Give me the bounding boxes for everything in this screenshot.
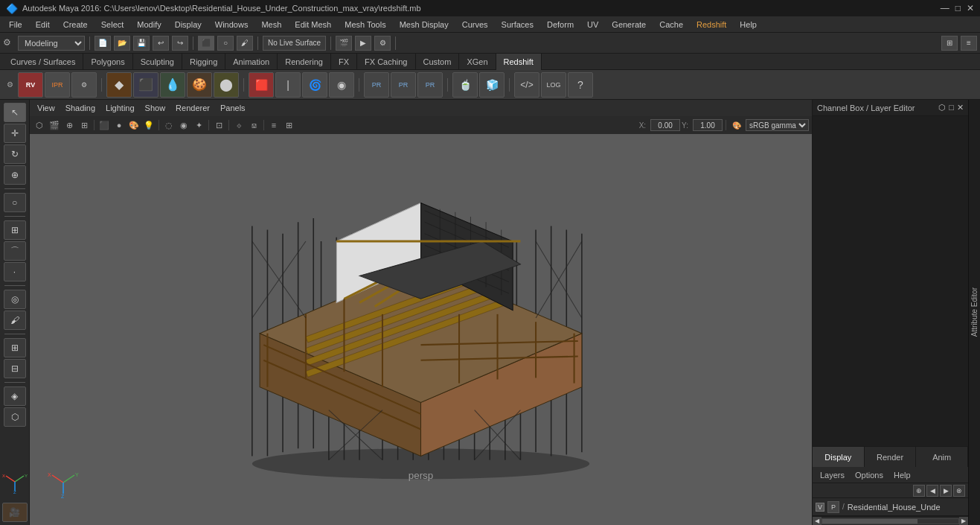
vp-hud-btn[interactable]: ≡	[267, 118, 281, 132]
shelf-icon-rv[interactable]: RV	[18, 72, 43, 98]
vp-hq-btn[interactable]: ✦	[192, 118, 205, 132]
menu-windows[interactable]: Windows	[209, 19, 254, 31]
menu-mesh-display[interactable]: Mesh Display	[394, 19, 455, 31]
menu-edit-mesh[interactable]: Edit Mesh	[289, 19, 337, 31]
shelf-icon-ipr[interactable]: IPR	[45, 72, 70, 98]
rpanel-scrollbar[interactable]: ◀ ▶	[813, 516, 968, 525]
arrow-first-btn[interactable]: ⊕	[913, 485, 925, 497]
rpanel-options-menu[interactable]: Options	[851, 469, 888, 481]
vp-light-btn[interactable]: 💡	[142, 118, 156, 132]
new-scene-btn[interactable]: 📄	[95, 36, 111, 51]
scroll-left-btn[interactable]: ◀	[813, 517, 822, 526]
vp-menu-shading[interactable]: Shading	[61, 103, 100, 113]
menu-modify[interactable]: Modify	[131, 19, 167, 31]
shelf-tab-redshift[interactable]: Redshift	[496, 54, 542, 70]
shelf-icon-obj2[interactable]: |	[275, 72, 301, 98]
menu-create[interactable]: Create	[57, 19, 94, 31]
move-tool-btn[interactable]: ✛	[4, 124, 26, 143]
vp-cam2-btn[interactable]: ⊕	[63, 118, 76, 132]
layer-p-button[interactable]: P	[827, 501, 839, 513]
arrow-last-btn[interactable]: ⊗	[953, 485, 965, 497]
paint-weights-btn[interactable]: 🖌	[4, 311, 26, 330]
save-btn[interactable]: 💾	[133, 36, 150, 51]
shelf-icon-log[interactable]: LOG	[541, 72, 566, 98]
menu-display[interactable]: Display	[169, 19, 208, 31]
shelf-icon-mat2[interactable]: ⬛	[133, 72, 158, 98]
shelf-icon-light2[interactable]: 🧊	[479, 72, 505, 98]
shelf-icon-mat5[interactable]: ⬤	[214, 72, 239, 98]
snap-point-btn[interactable]: ·	[4, 262, 26, 281]
menu-uv[interactable]: UV	[581, 19, 604, 31]
xray-btn[interactable]: ⬡	[4, 407, 26, 427]
shelf-tab-curves[interactable]: Curves / Surfaces	[3, 54, 83, 70]
shelf-tab-xgen[interactable]: XGen	[459, 54, 496, 70]
vp-menu-view[interactable]: View	[33, 103, 60, 113]
close-icon[interactable]: ✕	[967, 3, 974, 13]
vp-color-profile-select[interactable]: sRGB gamma	[746, 119, 809, 131]
vp-coord-y[interactable]: 1.00	[693, 119, 723, 131]
shelf-icon-code[interactable]: </>	[514, 72, 539, 98]
channel-box-icon[interactable]: ⊞	[941, 36, 958, 51]
live-surface-btn[interactable]: No Live Surface	[263, 36, 326, 51]
redo-btn[interactable]: ↪	[172, 36, 188, 51]
vp-smooth-btn[interactable]: ●	[112, 118, 126, 132]
vp-ao-btn[interactable]: ◉	[177, 118, 190, 132]
rotate-tool-btn[interactable]: ↻	[4, 144, 26, 164]
tab-anim[interactable]: Anim	[916, 447, 968, 468]
paint-btn[interactable]: 🖌	[237, 36, 253, 51]
shelf-icon-pr2[interactable]: PR	[391, 72, 416, 98]
snap-grid-btn[interactable]: ⊞	[4, 220, 26, 240]
vp-wireframe-btn[interactable]: ⬛	[97, 118, 111, 132]
vp-menu-lighting[interactable]: Lighting	[101, 103, 139, 113]
shelf-icon-mat3[interactable]: 💧	[160, 72, 185, 98]
shelf-icon-light1[interactable]: 🍵	[452, 72, 478, 98]
shelf-tab-animation[interactable]: Animation	[225, 54, 278, 70]
vp-menu-show[interactable]: Show	[141, 103, 170, 113]
shelf-icon-mat4[interactable]: 🍪	[187, 72, 212, 98]
attr-editor-icon[interactable]: ≡	[961, 36, 977, 51]
vp-xray2-btn[interactable]: ⟏	[247, 118, 260, 132]
menu-generate[interactable]: Generate	[606, 19, 652, 31]
tab-render[interactable]: Render	[865, 447, 917, 468]
vp-gate-btn[interactable]: ⊞	[282, 118, 295, 132]
panel-controls[interactable]: ⬡ □ ✕	[938, 103, 964, 112]
shelf-icon-obj1[interactable]: 🟥	[249, 72, 274, 98]
shelf-tab-rendering[interactable]: Rendering	[278, 54, 331, 70]
panel-close-icon[interactable]: ✕	[957, 103, 964, 112]
shelf-icon-rs[interactable]: ⚙	[71, 72, 97, 98]
shelf-settings-icon[interactable]: ⚙	[3, 72, 16, 98]
menu-curves[interactable]: Curves	[456, 19, 494, 31]
vp-cam-btn[interactable]: 🎬	[48, 118, 61, 132]
isolate-btn[interactable]: ◈	[4, 386, 26, 406]
undo-btn[interactable]: ↩	[153, 36, 169, 51]
attribute-editor-tab[interactable]: Attribute Editor	[968, 100, 980, 525]
vp-grid-btn[interactable]: ⊞	[77, 118, 91, 132]
tab-display[interactable]: Display	[813, 447, 865, 468]
select-btn[interactable]: ⬛	[198, 36, 214, 51]
panel-expand-icon[interactable]: □	[949, 103, 954, 112]
vp-menu-panels[interactable]: Panels	[216, 103, 250, 113]
arrow-prev-btn[interactable]: ◀	[926, 485, 938, 497]
shelf-tab-rigging[interactable]: Rigging	[182, 54, 225, 70]
show-manip2-btn[interactable]: ⊟	[4, 359, 26, 378]
render-settings-btn[interactable]: ⚙	[374, 36, 391, 51]
shelf-tab-polygons[interactable]: Polygons	[83, 54, 132, 70]
camera-btn[interactable]: 🎥	[2, 503, 28, 522]
ipr-btn[interactable]: ▶	[355, 36, 371, 51]
render-view-btn[interactable]: 🎬	[336, 36, 352, 51]
open-btn[interactable]: 📂	[114, 36, 130, 51]
scroll-right-btn[interactable]: ▶	[959, 517, 968, 526]
shelf-tab-fx[interactable]: FX	[331, 54, 357, 70]
shelf-icon-pr1[interactable]: PR	[364, 72, 389, 98]
rpanel-help-menu[interactable]: Help	[889, 469, 915, 481]
menu-surfaces[interactable]: Surfaces	[496, 19, 539, 31]
shelf-icon-mat1[interactable]: ◆	[106, 72, 132, 98]
select-tool-btn[interactable]: ↖	[4, 103, 26, 122]
shelf-tab-fxcaching[interactable]: FX Caching	[357, 54, 415, 70]
vp-xray-btn[interactable]: ⟐	[232, 118, 246, 132]
scroll-track[interactable]	[822, 518, 959, 524]
vp-shadow-btn[interactable]: ◌	[162, 118, 176, 132]
shelf-tab-custom[interactable]: Custom	[416, 54, 460, 70]
lasso-btn[interactable]: ○	[217, 36, 234, 51]
menu-edit[interactable]: Edit	[30, 19, 56, 31]
